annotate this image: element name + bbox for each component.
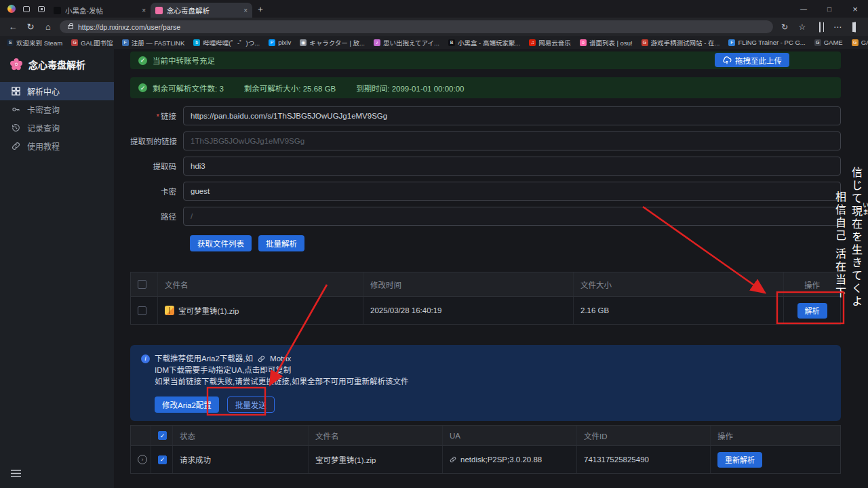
sidebar-item-card-query[interactable]: 卡密查询 bbox=[0, 100, 114, 119]
home-icon[interactable]: ⌂ bbox=[42, 22, 54, 32]
download-info-panel: i 下载推荐使用Aria2下载器,如 Motrix IDM下载需要手动指定UA,… bbox=[130, 345, 841, 421]
select-all-checkbox[interactable] bbox=[138, 280, 146, 289]
workspaces-icon[interactable] bbox=[19, 2, 34, 16]
tab-close-icon[interactable]: × bbox=[142, 7, 146, 14]
ua-text: netdisk;P2SP;3.0.20.88 bbox=[460, 455, 542, 464]
link-label: *链接 bbox=[130, 110, 183, 121]
bookmark-label: キャラクター | 放... bbox=[309, 38, 365, 47]
form-row-card-key: 卡密 bbox=[130, 182, 841, 201]
bookmark-gamepad-test[interactable]: G游戏手柄测试网站 - 在... bbox=[642, 38, 720, 47]
sidebar-item-parse-center[interactable]: 解析中心 bbox=[0, 82, 114, 100]
bookmark-label: GAME bbox=[861, 39, 868, 46]
refresh-icon[interactable]: ↻ bbox=[24, 22, 37, 32]
minimize-button[interactable]: — bbox=[791, 0, 816, 18]
form-row-path: 路径 bbox=[130, 207, 841, 226]
sidebar-item-record-query[interactable]: 记录查询 bbox=[0, 119, 114, 137]
extracted-link-input[interactable] bbox=[183, 131, 841, 150]
select-all-checkbox[interactable]: ✓ bbox=[158, 431, 167, 440]
bookmark-gal-library[interactable]: GGAL图书馆 bbox=[71, 38, 113, 47]
address-bar[interactable]: https://dp.nxinxz.com/user/parse bbox=[60, 20, 773, 33]
sidebar-collapse-button[interactable] bbox=[0, 461, 114, 488]
upload-button[interactable]: 拖拽至此上传 bbox=[715, 53, 789, 67]
form-buttons: 获取文件列表 批量解析 bbox=[190, 235, 841, 251]
batch-send-button[interactable]: 批量发送 bbox=[227, 396, 275, 413]
row-checkbox[interactable]: ✓ bbox=[158, 455, 167, 464]
bookmark-label: 小黑盒 - 高端玩家聚... bbox=[458, 38, 520, 47]
tab-nianxin-parser[interactable]: 念心毒盘解析 × bbox=[151, 3, 252, 18]
sidebar-item-label: 解析中心 bbox=[27, 85, 60, 97]
bookmark-favicon: B bbox=[448, 39, 455, 46]
result-table: ✓ 状态 文件名 UA 文件ID 操作 › ✓ 请求成功 宝可梦重铸(1).zi… bbox=[130, 425, 841, 474]
bookmark-netease-music[interactable]: ♫网易云音乐 bbox=[529, 38, 571, 47]
window-controls: — □ × bbox=[791, 0, 868, 18]
vertical-chinese-text: 相信自己 活在当下 bbox=[834, 191, 845, 299]
maximize-button[interactable]: □ bbox=[816, 0, 842, 18]
account-alert-text: 当前中转账号充足 bbox=[153, 55, 215, 66]
parse-button[interactable]: 解析 bbox=[797, 303, 827, 319]
row-checkbox[interactable] bbox=[138, 306, 146, 315]
bookmark-game-1[interactable]: GGAME bbox=[814, 39, 843, 46]
header-filename: 文件名 bbox=[309, 426, 443, 445]
bookmark-favicon: P bbox=[269, 39, 275, 46]
bookmark-favicon: S bbox=[7, 39, 14, 46]
ua-cell[interactable]: netdisk;P2SP;3.0.20.88 bbox=[443, 446, 577, 473]
row-expand-icon[interactable]: › bbox=[138, 455, 147, 464]
success-check-icon: ✓ bbox=[138, 83, 147, 92]
result-table-header: ✓ 状态 文件名 UA 文件ID 操作 bbox=[131, 426, 840, 446]
sidebar-item-tutorial[interactable]: 使用教程 bbox=[0, 137, 114, 155]
modify-aria2-button[interactable]: 修改Aria2配置 bbox=[155, 396, 219, 413]
bookmark-favicon: F bbox=[728, 39, 735, 46]
extraction-code-input[interactable] bbox=[183, 157, 841, 176]
bookmark-label: GAME bbox=[824, 39, 843, 46]
bookmark-label: 游戏手柄测试网站 - 在... bbox=[651, 38, 720, 47]
tab-label: 念心毒盘解析 bbox=[167, 5, 239, 16]
bookmark-osu[interactable]: o谱面列表 | osu! bbox=[580, 38, 633, 47]
file-table-row: 宝可梦重铸(1).zip 2025/03/28 16:40:19 2.16 GB… bbox=[131, 297, 840, 324]
bookmark-omoide[interactable]: ♪思い出抱えてアイ... bbox=[374, 38, 439, 47]
bookmark-label: 欢迎来到 Steam bbox=[16, 38, 62, 47]
bookmark-favicon: G bbox=[642, 39, 648, 46]
grid-icon bbox=[12, 87, 20, 96]
bookmark-steam[interactable]: S欢迎来到 Steam bbox=[7, 38, 62, 47]
batch-parse-button[interactable]: 批量解析 bbox=[258, 235, 304, 251]
header-action: 操作 bbox=[711, 426, 840, 445]
bookmark-character[interactable]: ◉キャラクター | 放... bbox=[300, 38, 365, 47]
parse-form: *链接 提取到的链接 提取码 卡密 路径 获取文件列表 批量解析 bbox=[130, 106, 841, 251]
row-checkbox-cell bbox=[131, 297, 158, 324]
profile-avatar[interactable] bbox=[4, 2, 19, 16]
sidebar-panel-icon[interactable] bbox=[849, 22, 861, 32]
bookmark-label: pixiv bbox=[278, 39, 291, 46]
bookmark-label: 注册 — FASTLINK bbox=[132, 38, 185, 47]
link-input[interactable] bbox=[183, 106, 841, 125]
bookmark-fastlink[interactable]: F注册 — FASTLINK bbox=[122, 38, 185, 47]
bookmark-fling-trainer[interactable]: FFLiNG Trainer - PC G... bbox=[728, 39, 805, 46]
page-content: 念心毒盘解析 解析中心 卡密查询 记录查询 使用教程 bbox=[0, 49, 868, 488]
bookmark-pixiv[interactable]: Ppixiv bbox=[269, 39, 291, 46]
file-table: 文件名 修改时间 文件大小 操作 宝可梦重铸(1).zip 2025/03/28… bbox=[130, 272, 841, 325]
tab-heybox[interactable]: 小黑盒-发帖 × bbox=[49, 3, 151, 18]
tab-favicon bbox=[54, 7, 61, 14]
tab-close-icon[interactable]: × bbox=[243, 7, 248, 14]
settings-dots-icon[interactable]: ⋯ bbox=[831, 22, 844, 32]
bookmark-label: 网易云音乐 bbox=[538, 38, 571, 47]
favorites-star-icon[interactable]: ☆ bbox=[796, 22, 808, 32]
card-key-input[interactable] bbox=[183, 182, 841, 201]
browser-essentials-icon[interactable]: ↻ bbox=[778, 22, 791, 32]
fileid-cell: 741317525825490 bbox=[577, 446, 711, 473]
new-tab-button[interactable]: + bbox=[252, 4, 269, 14]
get-file-list-button[interactable]: 获取文件列表 bbox=[190, 235, 252, 251]
close-button[interactable]: × bbox=[842, 0, 868, 18]
tab-actions-icon[interactable] bbox=[34, 2, 49, 16]
split-screen-icon[interactable] bbox=[814, 22, 826, 32]
motrix-link-icon bbox=[258, 355, 265, 363]
back-icon[interactable]: ← bbox=[7, 22, 19, 32]
key-icon bbox=[12, 105, 20, 114]
path-input[interactable] bbox=[183, 207, 841, 226]
motrix-link[interactable]: Motrix bbox=[270, 353, 291, 365]
reparse-button[interactable]: 重新解析 bbox=[717, 452, 762, 468]
header-checkbox-cell bbox=[131, 272, 158, 296]
bookmark-game-2[interactable]: GGAME bbox=[852, 39, 868, 46]
status-cell: 请求成功 bbox=[173, 446, 309, 473]
bookmark-heybox[interactable]: B小黑盒 - 高端玩家聚... bbox=[448, 38, 520, 47]
bookmark-bilibili[interactable]: b哔哩哔哩(゜-゜)つ... bbox=[193, 38, 260, 47]
